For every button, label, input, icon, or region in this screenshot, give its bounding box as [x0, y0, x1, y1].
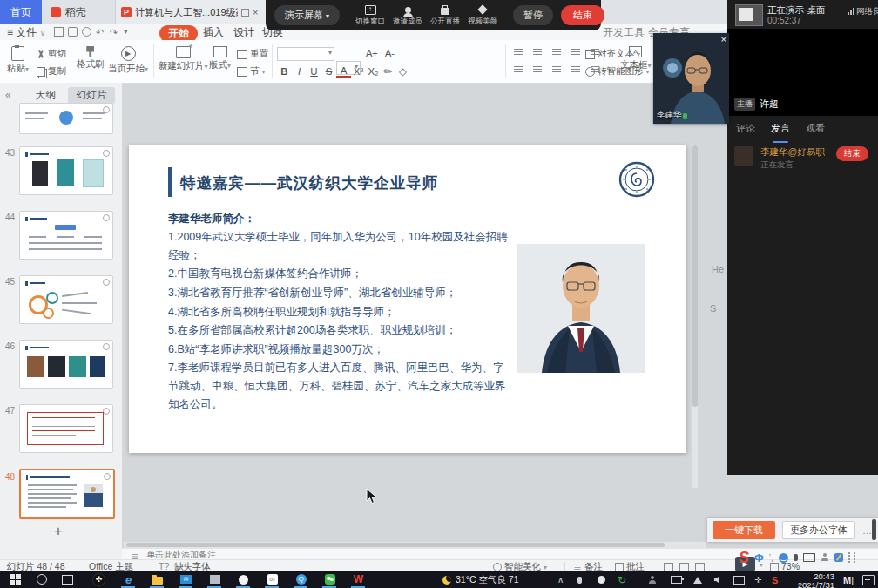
tab-viewers[interactable]: 观看 [806, 122, 825, 139]
volume-icon[interactable] [714, 571, 719, 588]
ime-mode-icon[interactable]: Φ [754, 551, 764, 564]
vertical-scrollbar-thumb[interactable] [692, 145, 698, 407]
tab-pin-icon[interactable] [241, 9, 249, 17]
show-hidden-icons[interactable]: ∧ [557, 571, 564, 588]
paste-button[interactable]: 粘贴▾ [7, 46, 29, 75]
wifi-icon[interactable] [693, 571, 702, 588]
save-icon[interactable] [54, 27, 64, 37]
ime-drag-handle[interactable] [848, 552, 855, 563]
end-speaking-button[interactable]: 结束 [836, 146, 868, 161]
font-color-button[interactable]: A [336, 65, 351, 78]
slide-canvas[interactable]: 特邀嘉宾——武汉纺织大学企业导师 李建华老师简介： 1.2009年武汉大学硕士毕… [129, 145, 686, 453]
task-view-button[interactable] [61, 573, 74, 585]
play-from-current-button[interactable]: ▶ 当页开始▾ [108, 46, 148, 75]
close-webcam-icon[interactable]: × [721, 34, 726, 44]
more-fonts-button[interactable]: 更多办公字体 [782, 521, 855, 539]
ime-account-icon[interactable] [821, 553, 829, 562]
vertical-scrollbar[interactable] [692, 145, 698, 488]
slide-thumbnail-42[interactable] [19, 103, 113, 134]
host-video-area[interactable]: 主播 许超 [727, 29, 878, 116]
add-slide-button[interactable]: + [54, 523, 63, 540]
slide-thumbnail-47[interactable] [19, 404, 113, 453]
wechat-button[interactable] [323, 573, 336, 585]
strikethrough-button[interactable]: S [321, 66, 336, 77]
qq-app-button[interactable]: Q [294, 573, 307, 585]
slide-sorter-view-icon[interactable] [679, 563, 689, 571]
tab-slides[interactable]: 幻灯片 [68, 87, 116, 104]
docer-tab[interactable]: 稻壳 [42, 0, 95, 24]
tab-devtools[interactable]: 开发工具 [603, 25, 645, 40]
print-icon[interactable] [68, 27, 78, 37]
switch-window-button[interactable]: ↑ 切换窗口 [355, 4, 385, 27]
grow-font-button[interactable]: A+ [366, 48, 378, 58]
tray-cloud-icon[interactable] [598, 571, 605, 588]
increase-indent-icon[interactable] [571, 49, 580, 50]
tab-design[interactable]: 设计 [233, 25, 254, 40]
sogou-ime-icon[interactable]: S [739, 549, 749, 566]
reset-button[interactable]: 重置 [237, 48, 268, 60]
eraser-icon[interactable]: ◇ [395, 65, 410, 78]
redo-icon[interactable]: ↷ [110, 27, 118, 38]
white-circle-app-button[interactable] [237, 573, 250, 585]
superscript-button[interactable]: X² [351, 66, 366, 77]
copy-button[interactable]: 复制 [37, 65, 66, 78]
print-preview-icon[interactable] [82, 27, 91, 37]
undo-icon[interactable]: ↶ [96, 27, 104, 38]
close-tab-icon[interactable]: × [253, 7, 258, 17]
cortana-button[interactable] [35, 573, 48, 585]
notification-center-button[interactable] [862, 571, 875, 588]
document-tab[interactable]: P 计算机与人工智...019级家长会 × [115, 0, 279, 24]
weather-widget[interactable]: 31°C 空气良 71 [442, 571, 518, 588]
numbered-list-icon[interactable] [533, 49, 542, 50]
horizontal-scrollbar-thumb[interactable] [126, 543, 665, 547]
tray-cross-icon[interactable]: ✛ [754, 571, 761, 588]
end-share-button[interactable]: 结束 [561, 5, 604, 25]
tab-comments[interactable]: 评论 [736, 122, 755, 139]
align-left-icon[interactable] [514, 66, 523, 67]
download-fonts-button[interactable]: 一键下载 [713, 521, 775, 539]
decrease-indent-icon[interactable] [552, 49, 561, 50]
punctuation-mode-icon[interactable]: ’, [769, 553, 773, 563]
new-slide-button[interactable]: 新建幻灯片▾ [159, 46, 208, 72]
collapse-sidebar-icon[interactable]: « [5, 89, 11, 101]
justify-icon[interactable] [571, 66, 580, 67]
ime-language-indicator[interactable]: M| [843, 571, 854, 588]
pinwheel-app-button[interactable]: ✣ [92, 573, 105, 585]
tab-speaking[interactable]: 发言 [771, 122, 790, 139]
battery-icon[interactable] [671, 571, 682, 588]
tray-mic-icon[interactable] [577, 571, 582, 588]
mail-app-button[interactable]: ✉ [179, 573, 192, 585]
slide-thumbnail-43[interactable] [19, 146, 113, 195]
more-commands-icon[interactable]: ▾ [124, 27, 128, 36]
italic-button[interactable]: I [292, 66, 307, 77]
align-right-icon[interactable] [552, 66, 561, 67]
shrink-font-button[interactable]: A- [385, 48, 395, 58]
underline-button[interactable]: U [307, 66, 321, 77]
file-menu[interactable]: ≡ 文件 ∨ [7, 25, 45, 40]
ie-browser-button[interactable]: e [122, 573, 135, 585]
share-screen-dropdown[interactable]: 演示屏幕 ▾ [274, 5, 340, 25]
tray-sogou-icon[interactable]: S [772, 571, 778, 588]
home-tab[interactable]: 首页 [0, 0, 42, 24]
horizontal-scrollbar[interactable] [124, 542, 706, 548]
tray-person-icon[interactable] [648, 571, 657, 588]
display-icon[interactable] [733, 571, 745, 588]
reading-view-icon[interactable] [695, 563, 705, 571]
align-center-icon[interactable] [533, 66, 542, 67]
pause-share-button[interactable]: 暂停 [513, 5, 553, 25]
docs-app-button[interactable]: ∞ [266, 573, 279, 585]
format-painter-button[interactable]: 格式刷 [77, 46, 105, 71]
wps-app-button[interactable]: W [352, 573, 365, 585]
bullet-list-icon[interactable] [514, 49, 523, 50]
video-beauty-button[interactable]: 视频美颜 [468, 4, 497, 27]
tab-outline[interactable]: 大纲 [36, 89, 56, 102]
layout-button[interactable]: 版式▾ [209, 46, 231, 71]
bold-button[interactable]: B [277, 66, 292, 77]
font-name-select[interactable] [277, 47, 334, 61]
slide-thumbnail-44[interactable] [19, 211, 113, 260]
photo-viewer-button[interactable] [208, 573, 221, 585]
clock[interactable]: 20:432021/7/31 [791, 572, 834, 588]
start-button[interactable] [9, 573, 22, 585]
emoji-picker-icon[interactable] [779, 553, 788, 563]
webcam-video[interactable]: × 李建华 [653, 33, 729, 124]
